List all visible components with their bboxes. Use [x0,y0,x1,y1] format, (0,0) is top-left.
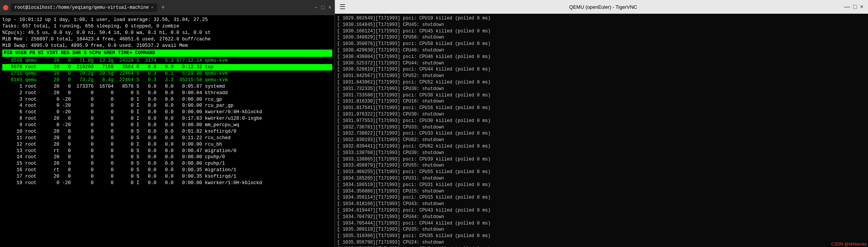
terminal-tab-close[interactable]: × [151,5,154,10]
table-row: 9 root 0 -20 0 0 0 I 0.0 0.0 0:00.00 mm_… [2,122,332,128]
terminal-minimize-btn[interactable]: − [314,5,317,11]
table-row: 2 root 20 0 0 0 0 S 0.0 0.0 0:00.04 kthr… [2,90,332,96]
list-item: [ 1034.356086][T171993] CPU15: shutdown [337,188,866,195]
list-item: [ 1034.185265][T171993] CPU31: shutdown [337,175,866,182]
terminal-close-x-btn[interactable]: × [328,5,331,11]
terminal-maximize-btn[interactable]: □ [321,5,324,11]
list-item: [ 1034.358114][T171993] psci: CPU15 kill… [337,194,866,201]
list-item: [ 1033.138768][T171993] CPU39: shutdown [337,150,866,156]
list-item: [ 1032.839441][T171993] psci: CPU62 kill… [337,143,866,150]
qemu-minimize-btn[interactable]: — [844,4,850,10]
table-row: 1 root 20 0 173376 16704 8576 S 0.0 0.0 … [2,83,332,90]
qemu-panel: ☰ QEMU (openEuler) - TigerVNC — □ × [ 10… [335,0,868,247]
top-line-1: top - 10:01:12 up 1 day, 1:08, 1 user, l… [2,17,332,23]
list-item: [ 1031.733580][T171993] psci: CPU38 kill… [337,92,866,99]
list-item: [ 1030.429630][T171993] CPU46: shutdown [337,47,866,54]
terminal-close-btn[interactable] [3,5,8,10]
list-item: [ 1034.618166][T171993] CPU43: shutdown [337,201,866,207]
terminal-tab[interactable]: root@localhost:/home/yeqiang/qemu-virtua… [11,3,157,12]
table-row: 2711 qemu 20 0 70.2g 20.5g 22464 S 0.3 8… [2,71,332,77]
qemu-maximize-btn[interactable]: □ [853,4,857,10]
list-item: [ 1031.977553][T171993] psci: CPU30 kill… [337,118,866,124]
list-item: [ 1032.736781][T171993] CPU33: shutdown [337,124,866,131]
list-item: [ 1030.164845][T171993] CPU45: shutdown [337,22,866,28]
table-row: 14 root 20 0 0 0 0 S 0.0 0.0 0:00.00 cpu… [2,154,332,160]
top-line-4: MiB Mem : 258897.0 total, 184423.4 free,… [2,36,332,43]
list-item: [ 1030.166124][T171993] psci: CPU45 kill… [337,28,866,35]
list-item: [ 1029.882649][T171993] psci: CPU10 kill… [337,15,866,22]
list-item: [ 1031.643962][T171993] psci: CPU52 kill… [337,79,866,86]
list-item: [ 1035.956798][T171993] CPU24: shutdown [337,239,866,246]
table-row: 6103 qemu 20 0 73.2g 8.4g 22464 S 0.3 3.… [2,77,332,83]
table-row: 3 root 0 -20 0 0 0 I 0.0 0.0 0:00.00 rcu… [2,96,332,103]
list-item: [ 1034.705444][T171993] psci: CPU44 kill… [337,220,866,227]
qemu-log-lines: [ 1029.882649][T171993] psci: CPU10 kill… [337,15,866,247]
list-item: [ 1032.830193][T171993] CPU62: shutdown [337,137,866,143]
qemu-menu-icon: ☰ [339,3,346,11]
qemu-close-btn[interactable]: × [860,4,863,10]
list-item: [ 1033.138865][T171993] psci: CPU39 kill… [337,156,866,163]
list-item: [ 1030.340829][T171993] CPU58: shutdown [337,34,866,41]
list-item: [ 1031.817541][T171993] psci: CPU16 kill… [337,105,866,111]
list-item: [ 1030.526610][T171993] psci: CPU44 kill… [337,66,866,73]
list-item: [ 1034.186519][T171993] psci: CPU31 kill… [337,182,866,188]
list-item: [ 1035.310366][T171993] psci: CPU35 kill… [337,233,866,239]
list-item: [ 1034.619447][T171993] psci: CPU43 kill… [337,207,866,214]
qemu-window-controls: — □ × [844,4,863,10]
terminal-add-tab[interactable]: + [161,4,165,11]
top-line-2: Tasks: 657 total, 1 running, 656 sleepin… [2,23,332,30]
list-item: [ 1033.460255][T171993] psci: CPU55 kill… [337,169,866,175]
table-row: 17 root 20 0 0 0 0 S 0.0 0.0 0:00.35 kso… [2,173,332,180]
table-row: 9976 root 20 0 219200 7168 3584 R 0.0 0.… [2,64,332,71]
terminal-body[interactable]: top - 10:01:12 up 1 day, 1:08, 1 user, l… [0,15,334,247]
qemu-title: QEMU (openEuler) - TigerVNC [362,4,844,10]
top-line-3: %Cpu(s): 49.5 us, 0.0 sy, 0.0 ni, 50.4 i… [2,30,332,36]
process-list: 9559 qemu 20 0 71.0g 13.3g 24320 S 3174 … [2,58,332,186]
table-row: 12 root 20 0 0 0 0 I 0.0 0.0 0:00.00 rcu… [2,141,332,148]
terminal-panel: root@localhost:/home/yeqiang/qemu-virtua… [0,0,335,247]
list-item: [ 1030.525372][T171993] CPU44: shutdown [337,60,866,67]
terminal-titlebar: root@localhost:/home/yeqiang/qemu-virtua… [0,0,334,15]
terminal-tab-label: root@localhost:/home/yeqiang/qemu-virtua… [14,5,149,10]
list-item: [ 1031.642567][T171993] CPU52: shutdown [337,73,866,79]
list-item: [ 1035.309119][T171993] CPU35: shutdown [337,226,866,233]
process-table-header: PID USER PR NI VIRT RES SHR S %CPU %MEM … [2,50,332,57]
table-row: 15 root 20 0 0 0 0 S 0.0 0.0 0:00.00 cpu… [2,160,332,167]
list-item: [ 1030.350076][T171993] psci: CPU58 kill… [337,41,866,47]
list-item: [ 1031.732335][T171993] CPU38: shutdown [337,86,866,92]
table-row: 11 root 20 0 0 0 0 S 0.0 0.0 0:11.22 rcu… [2,135,332,141]
list-item: [ 1034.704792][T171993] CPU44: shutdown [337,214,866,220]
terminal-window-controls: − □ × [314,5,331,11]
list-item: [ 1030.438084][T171993] psci: CPU46 kill… [337,54,866,60]
qemu-body-wrapper: [ 1029.882649][T171993] psci: CPU10 kill… [335,14,868,247]
qemu-titlebar: ☰ QEMU (openEuler) - TigerVNC — □ × [335,0,868,14]
table-row: 10 root 20 0 0 0 0 S 0.0 0.0 0:01.82 kso… [2,128,332,135]
table-row: 4 root 0 -20 0 0 0 I 0.0 0.0 0:00.00 rcu… [2,103,332,109]
list-item: [ 1032.738022][T171993] psci: CPU33 kill… [337,130,866,137]
list-item: [ 1033.458979][T171993] CPU55: shutdown [337,162,866,169]
table-row: 16 root rt 0 0 0 0 S 0.0 0.0 0:00.35 mig… [2,167,332,173]
list-item: [ 1031.816330][T171993] CPU16: shutdown [337,98,866,105]
csdn-badge: CSDN @hkNanuta [831,242,866,246]
table-row: 19 root 0 -20 0 0 0 I 0.0 0.0 0:00.00 kw… [2,180,332,186]
table-row: 9559 qemu 20 0 71.0g 13.3g 24320 S 3174 … [2,58,332,64]
qemu-log-body: [ 1029.882649][T171993] psci: CPU10 kill… [335,14,868,247]
list-item: [ 1031.976322][T171993] CPU30: shutdown [337,111,866,118]
table-row: 6 root 0 -20 0 0 0 I 0.0 0.0 0:00.00 kwo… [2,109,332,115]
top-line-5: MiB Swap: 4095.9 total, 4095.9 free, 0.0… [2,43,332,49]
table-row: 8 root 20 0 0 0 0 I 0.0 0.0 0:17.83 kwor… [2,115,332,122]
table-row: 13 root rt 0 0 0 0 S 0.0 0.0 0:00.47 mig… [2,148,332,154]
